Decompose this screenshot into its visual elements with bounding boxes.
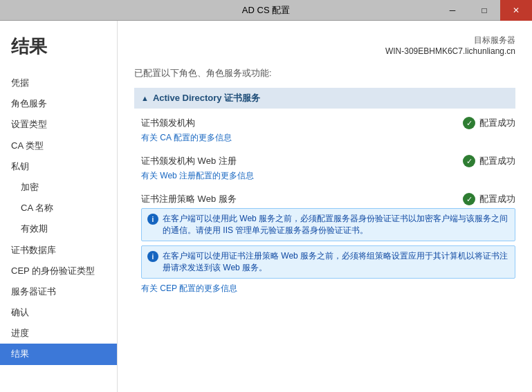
window-controls: ─ □ ✕ xyxy=(437,0,532,21)
result-link-ca[interactable]: 有关 CA 配置的更多信息 xyxy=(141,133,232,142)
result-item-cep: 证书注册策略 Web 服务 ✓ 配置成功 i 在客户端可以使用此 Web 服务之… xyxy=(134,193,515,295)
target-server-hostname: WIN-309EBHMK6C7.lichunliang.cn xyxy=(134,46,515,56)
result-link-web-enrollment[interactable]: 有关 Web 注册配置的更多信息 xyxy=(141,171,254,180)
sidebar-item-server-cert[interactable]: 服务器证书 xyxy=(0,281,117,302)
sidebar: 结果 凭据 角色服务 设置类型 CA 类型 私钥 加密 CA 名称 有效期 证书… xyxy=(0,21,118,392)
window-title: AD CS 配置 xyxy=(242,4,290,17)
sidebar-item-role-services[interactable]: 角色服务 xyxy=(0,93,117,114)
result-name-ca: 证书颁发机构 xyxy=(141,117,195,129)
target-server-label: 目标服务器 xyxy=(134,35,515,46)
result-name-web-enrollment: 证书颁发机构 Web 注册 xyxy=(141,155,237,167)
info-icon-2: i xyxy=(147,251,158,262)
minimize-button[interactable]: ─ xyxy=(437,0,468,21)
info-msg-1: i 在客户端可以使用此 Web 服务之前，必须配置服务器身份验证证书以加密客户端… xyxy=(141,208,515,241)
result-row-web-enrollment: 证书颁发机构 Web 注册 ✓ 配置成功 xyxy=(141,155,515,167)
result-item-ca: 证书颁发机构 ✓ 配置成功 有关 CA 配置的更多信息 xyxy=(134,117,515,144)
sidebar-item-encryption[interactable]: 加密 xyxy=(0,177,117,198)
sidebar-item-setup-type[interactable]: 设置类型 xyxy=(0,114,117,135)
info-msg-2: i 在客户端可以使用证书注册策略 Web 服务之前，必须将组策略设置应用于其计算… xyxy=(141,245,515,279)
sidebar-item-credentials[interactable]: 凭据 xyxy=(0,73,117,93)
check-icon-cep: ✓ xyxy=(463,193,475,205)
sidebar-item-progress[interactable]: 进度 xyxy=(0,323,117,344)
sidebar-item-private-key[interactable]: 私钥 xyxy=(0,156,117,177)
info-msg-1-text: 在客户端可以使用此 Web 服务之前，必须配置服务器身份验证证书以加密客户端与该… xyxy=(163,213,509,236)
main-container: 结果 凭据 角色服务 设置类型 CA 类型 私钥 加密 CA 名称 有效期 证书… xyxy=(0,21,532,392)
maximize-button[interactable]: □ xyxy=(468,0,500,21)
sidebar-item-cep-auth[interactable]: CEP 的身份验证类型 xyxy=(0,261,117,281)
result-link-cep[interactable]: 有关 CEP 配置的更多信息 xyxy=(141,283,237,293)
sidebar-item-ca-type[interactable]: CA 类型 xyxy=(0,136,117,156)
section-title: Active Directory 证书服务 xyxy=(153,92,260,104)
result-name-cep: 证书注册策略 Web 服务 xyxy=(141,193,237,205)
section-header: ▲ Active Directory 证书服务 xyxy=(134,88,515,109)
result-status-ca: ✓ 配置成功 xyxy=(463,117,515,129)
result-item-web-enrollment: 证书颁发机构 Web 注册 ✓ 配置成功 有关 Web 注册配置的更多信息 xyxy=(134,155,515,182)
sidebar-title: 结果 xyxy=(0,28,117,73)
info-msg-2-text: 在客户端可以使用证书注册策略 Web 服务之前，必须将组策略设置应用于其计算机以… xyxy=(163,250,509,274)
sidebar-item-ca-name[interactable]: CA 名称 xyxy=(0,198,117,218)
sidebar-item-validity[interactable]: 有效期 xyxy=(0,218,117,239)
close-window-button[interactable]: ✕ xyxy=(500,0,532,21)
target-server-info: 目标服务器 WIN-309EBHMK6C7.lichunliang.cn xyxy=(134,35,515,56)
content-area: 目标服务器 WIN-309EBHMK6C7.lichunliang.cn 已配置… xyxy=(118,21,532,392)
result-status-cep: ✓ 配置成功 xyxy=(463,193,515,205)
check-icon-ca: ✓ xyxy=(463,117,475,129)
result-status-web-enrollment: ✓ 配置成功 xyxy=(463,155,515,167)
chevron-icon: ▲ xyxy=(141,94,149,102)
result-row-ca: 证书颁发机构 ✓ 配置成功 xyxy=(141,117,515,129)
titlebar: AD CS 配置 ─ □ ✕ xyxy=(0,0,532,21)
result-row-cep: 证书注册策略 Web 服务 ✓ 配置成功 xyxy=(141,193,515,205)
sidebar-item-confirm[interactable]: 确认 xyxy=(0,302,117,323)
sidebar-item-cert-db[interactable]: 证书数据库 xyxy=(0,240,117,261)
sidebar-item-results[interactable]: 结果 xyxy=(0,344,117,364)
check-icon-web-enrollment: ✓ xyxy=(463,155,475,167)
content-subtitle: 已配置以下角色、角色服务或功能: xyxy=(134,67,515,80)
info-icon-1: i xyxy=(147,214,158,225)
